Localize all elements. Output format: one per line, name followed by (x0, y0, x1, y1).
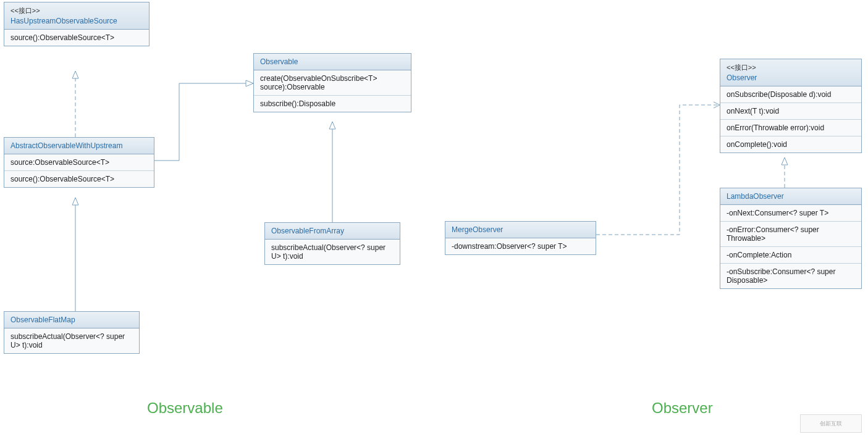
class-abstract-observable-with-upstream: AbstractObservableWithUpstream source:Ob… (4, 137, 154, 188)
class-header: ObservableFromArray (265, 223, 400, 240)
stereotype-label: <<接口>> (11, 6, 143, 15)
class-observable-from-array: ObservableFromArray subscribeActual(Obse… (264, 222, 400, 265)
class-title: ObservableFlatMap (11, 316, 75, 324)
field-compartment: -downstream:Observer<? super T> (445, 238, 596, 254)
field-text: -onNext:Consumer<? super T> (727, 209, 828, 217)
class-title: ObservableFromArray (271, 227, 344, 235)
method-compartment: create(ObservableOnSubscribe<T> source):… (254, 70, 411, 96)
class-title: HasUpstreamObservableSource (11, 17, 117, 25)
class-header: Observable (254, 54, 411, 70)
class-title: MergeObserver (452, 225, 503, 234)
method-text: create(ObservableOnSubscribe<T> source):… (260, 74, 377, 91)
method-text: onSubscribe(Disposable d):void (727, 90, 831, 99)
stereotype-label: <<接口>> (727, 63, 855, 72)
method-compartment: subscribe():Disposable (254, 96, 411, 112)
class-title: AbstractObservableWithUpstream (11, 141, 122, 150)
field-text: source:ObservableSource<T> (11, 158, 109, 167)
method-text: onComplete():void (727, 140, 787, 149)
field-text: -onComplete:Action (727, 251, 791, 259)
class-observer: <<接口>> Observer onSubscribe(Disposable d… (720, 59, 862, 153)
field-text: -downstream:Observer<? super T> (452, 242, 567, 251)
method-text: subscribe():Disposable (260, 99, 335, 108)
method-compartment: onError(Throwable error):void (720, 120, 861, 136)
method-compartment: onComplete():void (720, 136, 861, 153)
method-compartment: subscribeActual(Observer<? super U> t):v… (265, 240, 400, 264)
method-text: onError(Throwable error):void (727, 123, 824, 132)
method-compartment: onSubscribe(Disposable d):void (720, 86, 861, 103)
class-header: <<接口>> HasUpstreamObservableSource (4, 2, 149, 30)
field-text: -onSubscribe:Consumer<? super Disposable… (727, 267, 835, 285)
class-has-upstream-observable-source: <<接口>> HasUpstreamObservableSource sourc… (4, 2, 150, 46)
method-compartment: subscribeActual(Observer<? super U> t):v… (4, 328, 139, 353)
class-header: AbstractObservableWithUpstream (4, 138, 154, 154)
field-compartment: -onNext:Consumer<? super T> (720, 205, 861, 222)
field-compartment: -onComplete:Action (720, 247, 861, 264)
section-label-observer: Observer (652, 399, 713, 417)
watermark-logo: 创新互联 (800, 414, 862, 433)
class-observable: Observable create(ObservableOnSubscribe<… (253, 53, 411, 112)
field-compartment: -onError:Consumer<? super Throwable> (720, 222, 861, 247)
class-merge-observer: MergeObserver -downstream:Observer<? sup… (445, 221, 596, 255)
class-title: LambdaObserver (727, 192, 784, 201)
method-text: onNext(T t):void (727, 107, 779, 115)
field-text: -onError:Consumer<? super Throwable> (727, 225, 819, 243)
method-compartment: source():ObservableSource<T> (4, 171, 154, 187)
logo-text: 创新互联 (820, 420, 842, 428)
class-header: LambdaObserver (720, 188, 861, 205)
class-title: Observable (260, 57, 298, 66)
class-header: ObservableFlatMap (4, 312, 139, 328)
method-text: subscribeActual(Observer<? super U> t):v… (11, 332, 125, 349)
field-compartment: source:ObservableSource<T> (4, 154, 154, 171)
method-compartment: source():ObservableSource<T> (4, 30, 149, 46)
class-lambda-observer: LambdaObserver -onNext:Consumer<? super … (720, 188, 862, 289)
method-text: subscribeActual(Observer<? super U> t):v… (271, 243, 386, 261)
method-text: source():ObservableSource<T> (11, 175, 114, 183)
class-observable-flat-map: ObservableFlatMap subscribeActual(Observ… (4, 311, 140, 354)
class-title: Observer (727, 73, 757, 82)
field-compartment: -onSubscribe:Consumer<? super Disposable… (720, 264, 861, 288)
class-header: <<接口>> Observer (720, 59, 861, 86)
method-compartment: onNext(T t):void (720, 103, 861, 120)
class-header: MergeObserver (445, 222, 596, 238)
method-text: source():ObservableSource<T> (11, 33, 114, 42)
section-label-observable: Observable (147, 399, 223, 417)
